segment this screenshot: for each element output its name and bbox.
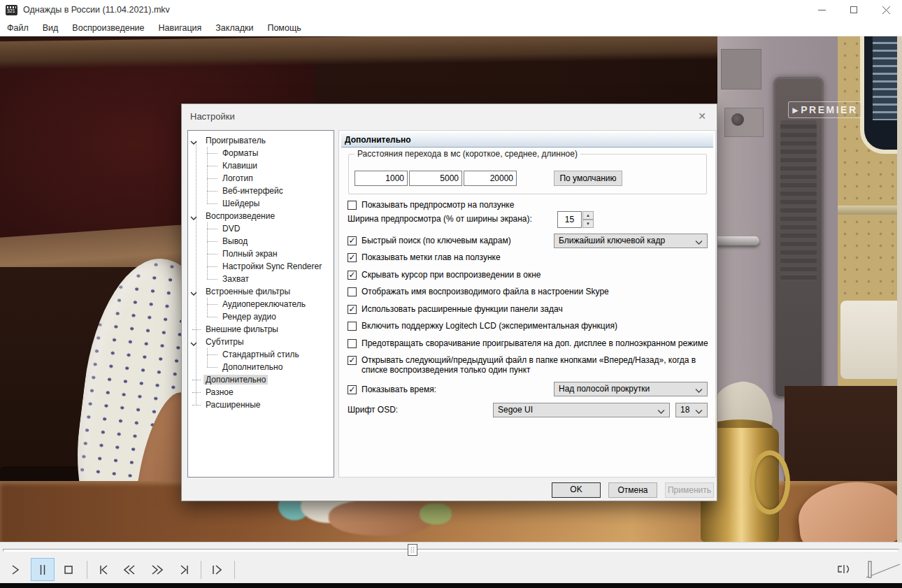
tree-item-shaders[interactable]: Шейдеры — [188, 197, 334, 210]
tree-item-logo[interactable]: Логотип — [188, 172, 334, 185]
tree-item-fullscreen[interactable]: Полный экран — [188, 248, 334, 260]
menu-navigation[interactable]: Навигация — [152, 20, 209, 36]
volume-slider[interactable] — [865, 559, 901, 580]
tree-item-web-interface[interactable]: Веб-интерфейс — [188, 185, 334, 197]
preview-width-value[interactable]: 15 — [557, 211, 582, 228]
maximize-button[interactable] — [838, 0, 870, 20]
skip-back-button[interactable] — [92, 558, 115, 581]
checkbox-icon[interactable] — [348, 356, 357, 365]
default-button[interactable]: По умолчанию — [554, 171, 622, 186]
chevron-down-icon — [695, 406, 703, 420]
checkbox-hide-cursor[interactable]: Скрывать курсор при воспроизведении в ок… — [348, 270, 541, 280]
checkbox-icon[interactable] — [348, 236, 357, 245]
chevron-down-icon — [695, 385, 703, 399]
tree-item-audio-renderer[interactable]: Рендер аудио — [188, 310, 334, 323]
step-button[interactable] — [205, 558, 229, 581]
video-grab-handle — [713, 236, 759, 245]
dialog-close-icon[interactable]: ✕ — [694, 108, 710, 124]
tree-item-keys[interactable]: Клавиши — [188, 159, 334, 172]
close-button[interactable] — [870, 0, 902, 20]
checkbox-prevent-minimize[interactable]: Предотвращать сворачивание проигрывателя… — [348, 338, 708, 348]
chevron-down-icon[interactable] — [190, 338, 198, 346]
dialog-title: Настройки — [190, 111, 235, 122]
checkbox-logitech-lcd[interactable]: Включить поддержку Logitech LCD (экспери… — [348, 321, 617, 331]
checkbox-icon[interactable] — [348, 322, 357, 331]
tree-item-player[interactable]: Проигрыватель — [188, 134, 334, 147]
tree-item-dvd[interactable]: DVD — [188, 222, 334, 235]
osd-font-family-dropdown[interactable]: Segoe UI — [493, 403, 670, 417]
jump-long-input[interactable]: 20000 — [464, 171, 517, 186]
menu-bookmarks[interactable]: Закладки — [208, 20, 260, 36]
player-controls — [0, 557, 902, 583]
pause-button[interactable] — [31, 558, 55, 581]
checkbox-chapter-marks[interactable]: Показывать метки глав на ползунке — [348, 252, 501, 262]
video-kettle-handle — [750, 450, 790, 515]
panel-header: Дополнительно — [341, 133, 713, 148]
video-speaker-box — [721, 49, 761, 89]
stop-button[interactable] — [57, 558, 80, 581]
spinner-down-icon[interactable]: ▼ — [582, 220, 594, 228]
cancel-button[interactable]: Отмена — [608, 482, 657, 498]
menu-playback[interactable]: Воспроизведение — [65, 20, 151, 36]
apply-button[interactable]: Применить — [665, 482, 714, 498]
tree-item-output[interactable]: Вывод — [188, 235, 334, 248]
menu-view[interactable]: Вид — [36, 20, 66, 36]
tree-item-sync-renderer[interactable]: Настройки Sync Renderer — [188, 260, 334, 273]
tree-item-playback[interactable]: Воспроизведение — [188, 210, 334, 222]
show-time-dropdown[interactable]: Над полосой прокрутки — [554, 382, 708, 396]
checkbox-taskbar-features[interactable]: Использовать расширенные функции панели … — [348, 304, 563, 314]
groupbox-label: Расстояния перехода в мс (короткое, сред… — [355, 149, 580, 159]
jump-distances-groupbox: Расстояния перехода в мс (короткое, сред… — [348, 154, 707, 194]
tree-item-formats[interactable]: Форматы — [188, 147, 334, 159]
chevron-down-icon[interactable] — [190, 137, 198, 145]
volume-icon[interactable] — [836, 561, 856, 578]
fast-seek-dropdown[interactable]: Ближайший ключевой кадр — [554, 234, 708, 248]
tree-item-internal-filters[interactable]: Встроенные фильтры — [188, 285, 334, 298]
tree-item-audio-switcher[interactable]: Аудиопереключатель — [188, 298, 334, 310]
osd-font-size-dropdown[interactable]: 18 — [675, 403, 708, 417]
jump-short-input[interactable]: 1000 — [355, 171, 408, 186]
video-right-edge — [897, 36, 902, 542]
menu-help[interactable]: Помощь — [260, 20, 308, 36]
checkbox-icon[interactable] — [348, 385, 357, 394]
chevron-down-icon — [657, 406, 665, 420]
checkbox-icon[interactable] — [348, 305, 357, 314]
checkbox-show-preview[interactable]: Показывать предпросмотр на ползунке — [348, 200, 514, 210]
tree-item-subtitles[interactable]: Субтитры — [188, 336, 334, 348]
ok-button[interactable]: OK — [552, 482, 601, 498]
skip-forward-button[interactable] — [172, 558, 196, 581]
checkbox-show-time[interactable]: Показывать время: — [348, 385, 436, 394]
fast-forward-button[interactable] — [145, 558, 169, 581]
video-rail — [838, 206, 902, 215]
tree-item-default-style[interactable]: Стандартный стиль — [188, 348, 334, 361]
checkbox-open-next-file[interactable]: Открывать следующий/предыдущий файл в па… — [348, 355, 713, 375]
rewind-button[interactable] — [117, 558, 141, 581]
checkbox-icon[interactable] — [348, 339, 357, 348]
checkbox-icon[interactable] — [348, 271, 357, 280]
checkbox-icon[interactable] — [348, 287, 357, 296]
tree-item-external-filters[interactable]: Внешние фильтры — [188, 323, 334, 336]
seek-groove[interactable] — [3, 549, 899, 552]
toolbar-separator — [87, 561, 87, 579]
checkbox-skype-mood[interactable]: Отображать имя воспроизводимого файла в … — [348, 287, 609, 296]
tree-item-capture[interactable]: Захват — [188, 273, 334, 285]
tree-item-subtitles-misc[interactable]: Дополнительно — [188, 361, 334, 373]
menu-file[interactable]: Файл — [0, 20, 36, 36]
spinner-up-icon[interactable]: ▲ — [582, 211, 594, 220]
tree-item-misc[interactable]: Разное — [188, 386, 334, 399]
tree-item-advanced-settings[interactable]: Расширенные — [188, 399, 334, 411]
preview-width-spinner[interactable]: 15 ▲ ▼ — [557, 211, 594, 228]
seek-bar — [0, 542, 902, 557]
tree-item-advanced-selected[interactable]: Дополнительно — [188, 373, 334, 386]
chevron-down-icon[interactable] — [190, 213, 198, 220]
minimize-button[interactable] — [806, 0, 838, 20]
play-button[interactable] — [3, 558, 27, 581]
premier-play-icon: ▶ — [793, 106, 799, 114]
seek-thumb[interactable] — [408, 544, 417, 556]
checkbox-fast-seek[interactable]: Быстрый поиск (по ключевым кадрам) — [348, 236, 511, 245]
chevron-down-icon[interactable] — [190, 288, 198, 296]
checkbox-icon[interactable] — [348, 201, 357, 210]
checkbox-icon[interactable] — [348, 253, 357, 262]
video-knob — [731, 113, 744, 126]
jump-medium-input[interactable]: 5000 — [409, 171, 462, 186]
